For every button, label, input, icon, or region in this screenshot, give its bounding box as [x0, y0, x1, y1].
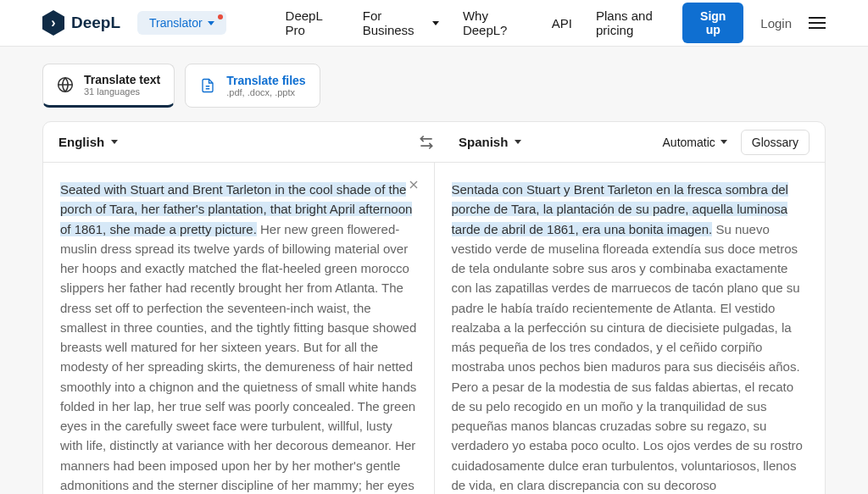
chevron-down-icon — [432, 21, 439, 25]
mode-tabs: Translate text 31 languages Translate fi… — [0, 47, 868, 108]
signup-button[interactable]: Sign up — [682, 3, 743, 43]
tab-text-title: Translate text — [84, 73, 160, 86]
logo-area: DeepL Translator — [42, 10, 226, 36]
login-link[interactable]: Login — [760, 16, 792, 31]
main-header: DeepL Translator DeepL Pro For Business … — [0, 0, 868, 47]
target-pane: Sentada con Stuart y Brent Tarleton en l… — [435, 163, 826, 494]
logo-icon — [42, 10, 64, 36]
menu-button[interactable] — [809, 17, 826, 29]
chevron-down-icon — [111, 140, 118, 144]
swap-languages-button[interactable] — [418, 134, 435, 151]
nav-deepl-pro[interactable]: DeepL Pro — [286, 8, 339, 37]
notification-dot-icon — [218, 14, 223, 19]
tab-files-title: Translate files — [226, 74, 305, 87]
header-right: Sign up Login — [682, 3, 826, 43]
target-text-area[interactable]: Sentada con Stuart y Brent Tarleton en l… — [452, 180, 809, 494]
tab-text-sub: 31 languages — [84, 86, 160, 97]
nav-why-deepl[interactable]: Why DeepL? — [463, 8, 528, 37]
document-icon — [199, 77, 216, 94]
translator-dropdown[interactable]: Translator — [137, 11, 226, 35]
nav-plans[interactable]: Plans and pricing — [596, 8, 682, 37]
brand-logo[interactable]: DeepL — [42, 10, 120, 36]
source-language-label: English — [58, 135, 104, 149]
source-rest-text: Her new green flowered-muslin dress spre… — [60, 222, 416, 495]
tab-files-sub: .pdf, .docx, .pptx — [226, 87, 305, 97]
target-language-label: Spanish — [459, 135, 508, 149]
translator-container: English Spanish Automatic — [42, 121, 826, 494]
language-bar: English Spanish Automatic — [43, 122, 825, 163]
translation-panes: Seated with Stuart and Brent Tarleton in… — [43, 163, 825, 494]
tab-translate-files[interactable]: Translate files .pdf, .docx, .pptx — [185, 64, 320, 108]
source-language-select[interactable]: English — [58, 135, 409, 149]
main-nav: DeepL Pro For Business Why DeepL? API Pl… — [286, 8, 683, 37]
formality-label: Automatic — [663, 136, 715, 149]
globe-icon — [57, 76, 74, 93]
chevron-down-icon — [721, 140, 727, 144]
tab-translate-text[interactable]: Translate text 31 languages — [42, 64, 175, 108]
nav-api[interactable]: API — [552, 16, 572, 31]
source-text-area[interactable]: Seated with Stuart and Brent Tarleton in… — [60, 180, 417, 494]
glossary-button[interactable]: Glossary — [741, 130, 810, 155]
chevron-down-icon — [208, 21, 214, 25]
source-pane: Seated with Stuart and Brent Tarleton in… — [43, 163, 435, 494]
chevron-down-icon — [515, 140, 521, 144]
formality-select[interactable]: Automatic — [663, 136, 727, 149]
nav-for-business[interactable]: For Business — [363, 8, 439, 37]
translator-label: Translator — [149, 16, 203, 30]
brand-name: DeepL — [71, 14, 120, 32]
clear-input-button[interactable] — [407, 178, 420, 191]
target-language-select[interactable]: Spanish — [459, 135, 521, 149]
target-rest-text: Su nuevo vestido verde de muselina flore… — [452, 222, 803, 495]
